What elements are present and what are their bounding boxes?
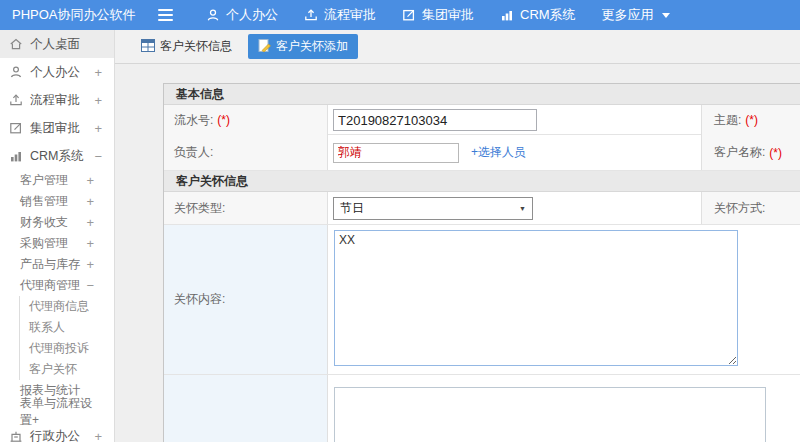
tab-customer-care-add[interactable]: 客户关怀添加 [248,34,358,59]
extra-textarea[interactable] [334,387,766,442]
required-mark: (*) [217,113,230,127]
sidebar-item-personal-desktop[interactable]: 个人桌面 [0,30,114,58]
sidebar-item-crm-system[interactable]: CRM系统 − [0,142,114,170]
owner-input-cell: +选择人员 [328,135,701,170]
user-icon [9,65,23,79]
customer-name-label-cell: 客户名称: (*) [701,135,800,170]
care-content-textarea[interactable]: XX [334,230,738,366]
required-mark: (*) [769,146,782,160]
owner-label: 负责人: [174,144,213,161]
sidebar-item-label: 流程审批 [30,92,80,109]
nav-workflow-approval[interactable]: 流程审批 [304,6,376,24]
sidebar-item-label: CRM系统 [30,148,83,165]
subject-label-cell: 主题: (*) [701,105,800,135]
sidebar-item-sales-management[interactable]: 销售管理 + [0,191,114,212]
nav-group-approval[interactable]: 集团审批 [402,6,474,24]
expand-sign: + [86,194,94,209]
sidebar-item-label: 个人桌面 [30,36,80,53]
nav-label: 更多应用 [602,6,654,24]
care-method-label: 关怀方式: [714,200,765,217]
care-type-label-cell: 关怀类型: [164,192,328,224]
sidebar-item-label: 集团审批 [30,120,80,137]
expand-sign: + [94,93,102,108]
extra-label-cell [164,375,328,442]
care-method-label-cell: 关怀方式: [701,192,800,224]
expand-sign: + [86,236,94,251]
main-area: 客户关怀信息 客户关怀添加 基本信息 流水号: (*) [115,30,800,442]
bar-chart-icon [9,149,23,163]
sidebar-item-agent-complaints[interactable]: 代理商投诉 [20,338,114,359]
sidebar-item-purchasing[interactable]: 采购管理 + [0,233,114,254]
sidebar-item-agent-info[interactable]: 代理商信息 [20,296,114,317]
sidebar-item-label: 个人办公 [30,64,80,81]
sidebar-item-finance[interactable]: 财务收支 + [0,212,114,233]
care-type-select[interactable]: 节日 ▼ [333,197,533,220]
owner-row: 负责人: +选择人员 客户名称: (*) [164,135,800,171]
sidebar-item-group-approval[interactable]: 集团审批 + [0,114,114,142]
nav-label: 个人办公 [226,6,278,24]
agent-submenu: 代理商信息 联系人 代理商投诉 客户关怀 [19,296,114,380]
serial-input[interactable] [333,109,537,131]
home-icon [9,37,23,51]
owner-input[interactable] [333,143,459,163]
care-content-row: 关怀内容: XX [164,225,800,375]
user-icon [206,8,220,22]
tab-customer-care-info[interactable]: 客户关怀信息 [135,34,238,59]
extra-row [164,375,800,442]
sidebar-item-label: 行政办公 [30,428,80,442]
workflow-icon [304,8,318,22]
sidebar: 个人桌面 个人办公 + 流程审批 + 集团审批 + CRM系统 − [0,30,115,442]
expand-sign: + [94,429,102,442]
care-type-row: 关怀类型: 节日 ▼ 关怀方式: [164,192,800,225]
expand-sign: − [94,149,102,164]
required-mark: (*) [745,113,758,127]
care-type-label: 关怀类型: [174,200,225,217]
sidebar-item-customer-management[interactable]: 客户管理 + [0,170,114,191]
expand-sign: + [94,121,102,136]
top-navbar: PHPOA协同办公软件 个人办公 流程审批 集团审批 CRM系统 更多应用 [0,0,800,30]
sidebar-item-contacts[interactable]: 联系人 [20,317,114,338]
app-logo: PHPOA协同办公软件 [0,6,148,24]
expand-sign: − [86,278,94,293]
nav-label: 流程审批 [324,6,376,24]
customer-name-label: 客户名称: [714,144,765,161]
nav-crm-system[interactable]: CRM系统 [500,6,576,24]
sidebar-item-products-inventory[interactable]: 产品与库存 + [0,254,114,275]
edit-square-icon [9,121,23,135]
section-header-care-info: 客户关怀信息 [164,171,800,192]
customer-care-form: 基本信息 流水号: (*) 主题: (*) [163,83,800,442]
serial-input-cell [328,105,701,135]
table-icon [141,39,155,55]
sidebar-item-workflow-approval[interactable]: 流程审批 + [0,86,114,114]
tab-label: 客户关怀添加 [276,38,348,55]
nav-label: CRM系统 [520,6,576,24]
section-header-basic-info: 基本信息 [164,84,800,105]
nav-personal-office[interactable]: 个人办公 [206,6,278,24]
building-icon [9,429,23,442]
serial-label-cell: 流水号: (*) [164,105,328,135]
serial-row: 流水号: (*) 主题: (*) [164,105,800,135]
sidebar-item-customer-care[interactable]: 客户关怀 [20,359,114,380]
expand-sign: + [86,173,94,188]
caret-down-icon [662,13,670,18]
expand-sign: + [86,257,94,272]
select-person-link[interactable]: +选择人员 [471,144,526,161]
owner-label-cell: 负责人: [164,135,328,170]
expand-sign: + [94,65,102,80]
select-caret-icon: ▼ [519,205,526,212]
tab-strip: 客户关怀信息 客户关怀添加 [115,30,800,64]
serial-label: 流水号: [174,112,213,129]
expand-sign: + [86,215,94,230]
care-type-input-cell: 节日 ▼ [328,192,701,224]
care-content-label-cell: 关怀内容: [164,225,328,374]
workflow-icon [9,93,23,107]
sidebar-item-personal-office[interactable]: 个人办公 + [0,58,114,86]
extra-input-cell [328,375,800,442]
sidebar-item-form-workflow-settings[interactable]: 表单与流程设置+ [0,401,114,422]
bar-chart-icon [500,8,514,22]
top-menu: 个人办公 流程审批 集团审批 CRM系统 更多应用 [206,6,670,24]
selected-option: 节日 [340,200,364,217]
menu-toggle-icon[interactable] [148,0,182,30]
nav-more-apps[interactable]: 更多应用 [602,6,670,24]
sidebar-item-agent-management[interactable]: 代理商管理 − [0,275,114,296]
